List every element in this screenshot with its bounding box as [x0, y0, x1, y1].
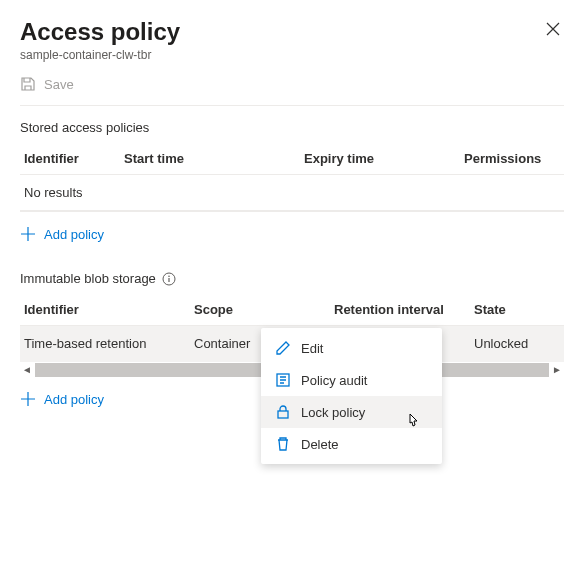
- col-scope[interactable]: Scope: [194, 302, 334, 317]
- col-identifier[interactable]: Identifier: [24, 302, 194, 317]
- plus-icon: [20, 391, 36, 407]
- menu-item-label: Policy audit: [301, 373, 367, 388]
- cell-identifier: Time-based retention: [24, 336, 194, 351]
- add-stored-policy-button[interactable]: Add policy: [20, 226, 104, 242]
- pointer-cursor-icon: [404, 412, 424, 439]
- save-label: Save: [44, 77, 74, 92]
- cell-state: Unlocked: [474, 336, 560, 351]
- menu-item-policy-audit[interactable]: Policy audit: [261, 364, 442, 396]
- stored-access-table: Identifier Start time Expiry time Permis…: [20, 143, 564, 212]
- page-subtitle: sample-container-clw-tbr: [20, 48, 180, 62]
- page-title: Access policy: [20, 18, 180, 46]
- toolbar: Save: [20, 76, 564, 106]
- add-stored-policy-label: Add policy: [44, 227, 104, 242]
- col-start-time[interactable]: Start time: [124, 151, 304, 166]
- plus-icon: [20, 226, 36, 242]
- menu-item-label: Delete: [301, 437, 339, 452]
- no-results-text: No results: [20, 175, 564, 211]
- close-button[interactable]: [542, 18, 564, 43]
- stored-access-header-row: Identifier Start time Expiry time Permis…: [20, 143, 564, 175]
- svg-rect-3: [278, 411, 288, 418]
- save-button[interactable]: Save: [20, 76, 74, 92]
- info-icon[interactable]: [162, 272, 176, 286]
- scroll-right-arrow[interactable]: ►: [550, 364, 564, 375]
- stored-access-section-label: Stored access policies: [20, 120, 564, 135]
- add-immutable-policy-label: Add policy: [44, 392, 104, 407]
- close-icon: [546, 22, 560, 36]
- header: Access policy sample-container-clw-tbr: [20, 18, 564, 62]
- add-immutable-policy-button[interactable]: Add policy: [20, 391, 104, 407]
- save-icon: [20, 76, 36, 92]
- menu-item-label: Edit: [301, 341, 323, 356]
- immutable-section-label: Immutable blob storage: [20, 271, 564, 286]
- lock-icon: [275, 404, 291, 420]
- audit-icon: [275, 372, 291, 388]
- edit-icon: [275, 340, 291, 356]
- col-state[interactable]: State: [474, 302, 560, 317]
- col-identifier[interactable]: Identifier: [24, 151, 124, 166]
- delete-icon: [275, 436, 291, 452]
- immutable-header-row: Identifier Scope Retention interval Stat…: [20, 294, 564, 326]
- context-menu: Edit Policy audit Lock policy Delete: [261, 328, 442, 464]
- scroll-left-arrow[interactable]: ◄: [20, 364, 34, 375]
- col-permissions[interactable]: Permissions: [464, 151, 560, 166]
- menu-item-label: Lock policy: [301, 405, 365, 420]
- svg-point-1: [168, 275, 170, 277]
- col-expiry-time[interactable]: Expiry time: [304, 151, 464, 166]
- col-retention[interactable]: Retention interval: [334, 302, 474, 317]
- menu-item-edit[interactable]: Edit: [261, 332, 442, 364]
